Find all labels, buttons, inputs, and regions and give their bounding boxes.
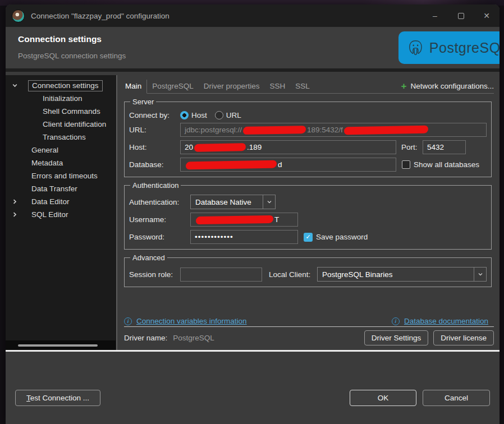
chevron-down-icon[interactable]: [263, 195, 275, 209]
tab-driver-properties[interactable]: Driver properties: [199, 80, 265, 93]
chevron-down-icon[interactable]: [12, 82, 20, 89]
chevron-right-icon[interactable]: [12, 211, 20, 218]
driver-name-value: PostgreSQL: [173, 334, 214, 342]
database-value: d: [278, 160, 282, 169]
maximize-icon: [458, 13, 464, 19]
local-client-select[interactable]: PostgreSQL Binaries: [317, 267, 487, 282]
sidebar-item-label: Transactions: [43, 133, 86, 141]
sidebar-horizontal-scrollbar[interactable]: [6, 340, 116, 350]
driver-license-button[interactable]: Driver license: [433, 330, 494, 345]
sidebar-item-label: Shell Commands: [43, 107, 100, 116]
tab-ssh[interactable]: SSH: [265, 80, 291, 93]
url-input[interactable]: jdbc:postgresql:// 189:5432/f: [180, 123, 487, 137]
postgresql-logo: PostgreSQL: [398, 31, 500, 64]
sidebar-item-label: Metadata: [31, 159, 63, 167]
sidebar-item-data-editor[interactable]: Data Editor: [6, 195, 116, 208]
close-icon: ✕: [483, 11, 490, 20]
sidebar-item-label: Client identification: [43, 120, 106, 128]
authentication-group-legend: Authentication: [130, 181, 181, 190]
postgresql-logo-text: PostgreSQL: [429, 40, 500, 56]
plus-icon: +: [401, 83, 406, 90]
sidebar-item-sql-editor[interactable]: SQL Editor: [6, 208, 116, 221]
connection-variables-label: Connection variables information: [136, 317, 247, 325]
username-input[interactable]: T: [190, 213, 298, 227]
sidebar-item-transactions[interactable]: Transactions: [6, 131, 116, 144]
sidebar-item-connection-settings[interactable]: Connection settings: [6, 79, 116, 92]
port-input[interactable]: 5432: [423, 140, 466, 154]
test-connection-button[interactable]: Test Connection ...: [15, 390, 100, 406]
sidebar-item-general[interactable]: General: [6, 144, 116, 156]
close-button[interactable]: ✕: [474, 4, 500, 27]
authentication-type-label: Authentication:: [129, 198, 190, 206]
advanced-group: Advanced Session role: Local Client: Pos…: [124, 254, 492, 287]
sidebar-item-metadata[interactable]: Metadata: [6, 156, 116, 169]
sidebar-item-label: Initialization: [43, 94, 83, 103]
url-radio[interactable]: [215, 111, 223, 119]
minimize-button[interactable]: –: [422, 4, 448, 27]
sidebar-item-client-identification[interactable]: Client identification: [6, 118, 116, 131]
test-connection-mnemonic: T: [26, 394, 30, 402]
info-links-row: i Connection variables information i Dat…: [124, 317, 493, 325]
sidebar-item-errors-and-timeouts[interactable]: Errors and timeouts: [6, 169, 116, 182]
chevron-right-icon[interactable]: [12, 199, 20, 205]
dbeaver-app-icon: [12, 10, 25, 22]
save-password-label[interactable]: Save password: [316, 233, 368, 241]
dialog-content: Connection settings Initialization Shell…: [6, 75, 500, 350]
session-role-label: Session role:: [129, 270, 180, 279]
show-all-databases-label[interactable]: Show all databases: [414, 160, 479, 169]
host-input[interactable]: 20 .189: [180, 140, 396, 154]
tab-bar: Main PostgreSQL Driver properties SSH SS…: [124, 78, 494, 94]
check-icon: ✓: [305, 233, 310, 241]
driver-name-label: Driver name:: [124, 334, 167, 342]
postgresql-elephant-icon: [406, 36, 425, 59]
cancel-button[interactable]: Cancel: [423, 390, 490, 406]
redaction-mark: [343, 125, 428, 135]
save-password-checkbox[interactable]: ✓: [304, 233, 313, 242]
session-role-input[interactable]: [180, 268, 262, 282]
authentication-type-select[interactable]: Database Native: [190, 195, 276, 209]
database-documentation-label: Database documentation: [404, 317, 488, 325]
password-label: Password:: [129, 233, 190, 241]
dialog-footer: Test Connection ... OK Cancel: [6, 350, 500, 424]
ok-button[interactable]: OK: [350, 390, 416, 406]
show-all-databases-checkbox[interactable]: [402, 160, 410, 169]
tab-ssl[interactable]: SSL: [290, 80, 315, 93]
title-bar[interactable]: Connection "flazzpay_prod" configuration…: [6, 4, 500, 27]
sidebar-item-label: Connection settings: [28, 80, 103, 91]
database-input[interactable]: d: [180, 158, 396, 172]
host-value: 20: [185, 143, 193, 151]
host-value: .189: [247, 143, 262, 151]
connection-variables-link[interactable]: i Connection variables information: [124, 317, 247, 325]
sidebar-item-label: Data Editor: [31, 197, 70, 206]
chevron-down-icon[interactable]: [474, 268, 486, 281]
database-documentation-link[interactable]: i Database documentation: [392, 317, 488, 325]
url-label: URL:: [129, 126, 180, 134]
driver-settings-button[interactable]: Driver Settings: [364, 330, 429, 345]
host-radio[interactable]: [180, 111, 189, 119]
redaction-mark: [195, 215, 273, 224]
host-radio-label[interactable]: Host: [191, 111, 207, 119]
url-radio-label[interactable]: URL: [226, 111, 241, 119]
test-connection-label: est Connection ...: [30, 394, 89, 402]
sidebar-item-data-transfer[interactable]: Data Transfer: [6, 182, 116, 195]
maximize-button[interactable]: [448, 4, 474, 27]
tab-postgresql[interactable]: PostgreSQL: [147, 80, 199, 93]
password-input[interactable]: ••••••••••••: [190, 230, 298, 244]
port-value: 5432: [427, 143, 444, 151]
main-panel: Main PostgreSQL Driver properties SSH SS…: [116, 75, 500, 350]
connection-configuration-dialog: Connection "flazzpay_prod" configuration…: [6, 4, 500, 424]
redaction-mark: [194, 143, 246, 152]
sidebar-item-initialization[interactable]: Initialization: [6, 92, 116, 105]
sidebar-item-shell-commands[interactable]: Shell Commands: [6, 105, 116, 118]
network-configurations-link[interactable]: + Network configurations...: [401, 82, 494, 93]
username-value: T: [274, 215, 279, 224]
server-group: Server Connect by: Host URL URL: jdbc:po…: [124, 98, 492, 177]
server-group-legend: Server: [130, 98, 156, 106]
minimize-icon: –: [433, 11, 437, 20]
username-label: Username:: [129, 215, 190, 224]
password-value: ••••••••••••: [195, 233, 233, 241]
scrollbar-thumb[interactable]: [18, 344, 98, 347]
url-value: jdbc:postgresql://: [185, 126, 242, 134]
tab-main[interactable]: Main: [124, 80, 147, 94]
authentication-group: Authentication Authentication: Database …: [124, 181, 492, 250]
